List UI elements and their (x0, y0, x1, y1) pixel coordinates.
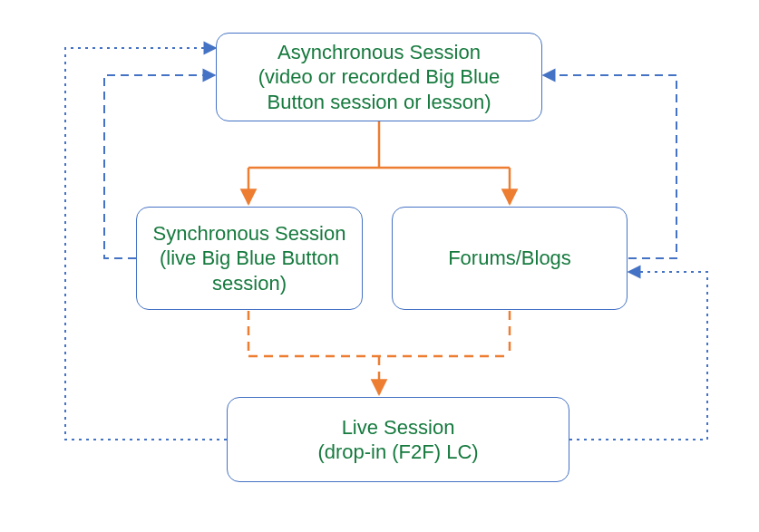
node-forums: Forums/Blogs (392, 207, 628, 310)
node-sync-line1: Synchronous Session (153, 221, 346, 247)
node-async-line1: Asynchronous Session (277, 40, 481, 65)
edge-children-to-live (248, 311, 510, 394)
node-async: Asynchronous Session (video or recorded … (216, 33, 542, 121)
node-sync: Synchronous Session (live Big Blue Butto… (136, 207, 363, 310)
node-live-line1: Live Session (342, 415, 455, 440)
node-live: Live Session (drop-in (F2F) LC) (227, 397, 569, 482)
node-forums-line1: Forums/Blogs (448, 246, 571, 271)
node-async-line2: (video or recorded Big Blue (258, 64, 501, 90)
node-async-line3: Button session or lesson) (267, 90, 491, 115)
node-sync-line2: (live Big Blue Button (160, 246, 339, 271)
edge-async-to-children (248, 121, 510, 204)
node-sync-line3: session) (212, 271, 287, 296)
node-live-line2: (drop-in (F2F) LC) (317, 440, 478, 465)
diagram-canvas: Asynchronous Session (video or recorded … (0, 0, 759, 532)
